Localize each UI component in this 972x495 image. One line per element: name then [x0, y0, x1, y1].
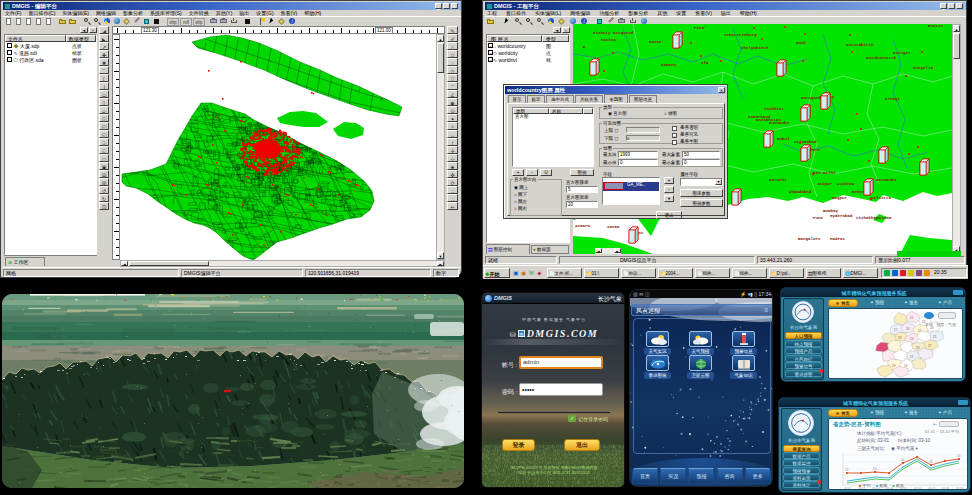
svg-text:25: 25 — [933, 335, 937, 339]
svg-text:19: 19 — [904, 364, 908, 368]
svg-text:Sanaa: Sanaa — [607, 225, 620, 229]
svg-text:Omsk: Omsk — [796, 41, 807, 45]
svg-text:Chelyabinsk: Chelyabinsk — [741, 46, 769, 50]
svg-text:Vishakhapatnam: Vishakhapatnam — [856, 216, 892, 220]
svg-text:Nizhniy Novgorod: Nizhniy Novgorod — [593, 31, 634, 35]
svg-text:Ahmadabad: Ahmadabad — [789, 190, 812, 194]
svg-text:Samara: Samara — [661, 63, 677, 67]
svg-text:Russia: Russia — [928, 24, 944, 28]
svg-text:Bangalore: Bangalore — [798, 237, 821, 241]
svg-text:20: 20 — [957, 454, 961, 458]
svg-text:New Delhi: New Delhi — [813, 171, 836, 175]
svg-text:03-07: 03-07 — [928, 487, 936, 491]
svg-text:03-06: 03-06 — [914, 487, 922, 491]
svg-text:03-01: 03-01 — [844, 487, 852, 491]
svg-text:Samarkand: Samarkand — [748, 115, 771, 119]
svg-text:24: 24 — [916, 346, 920, 350]
svg-text:Madras: Madras — [830, 237, 846, 241]
svg-text:14: 14 — [873, 467, 877, 471]
svg-text:27: 27 — [928, 344, 932, 348]
svg-text:Kazan': Kazan' — [649, 40, 664, 44]
svg-text:12: 12 — [845, 468, 849, 472]
svg-text:19: 19 — [910, 337, 914, 341]
svg-text:Katmandu: Katmandu — [876, 178, 897, 182]
svg-text:Pune: Pune — [813, 216, 824, 220]
svg-text:Dushanbe: Dushanbe — [769, 121, 790, 125]
svg-text:Novosibirsk: Novosibirsk — [846, 43, 874, 47]
svg-text:Calcutta: Calcutta — [871, 196, 892, 200]
svg-text:18: 18 — [929, 460, 933, 464]
svg-text:23: 23 — [910, 355, 914, 359]
svg-text:Yekaterinburg: Yekaterinburg — [724, 33, 757, 37]
svg-text:Lucknow: Lucknow — [837, 182, 855, 186]
svg-text:29: 29 — [892, 364, 896, 368]
svg-text:Moskva: Moskva — [601, 38, 617, 42]
svg-text:Kabul: Kabul — [777, 137, 790, 141]
svg-text:Asmara: Asmara — [575, 224, 591, 228]
svg-text:Mongolia: Mongolia — [913, 66, 934, 70]
svg-text:Novokuznetsk: Novokuznetsk — [866, 56, 897, 60]
svg-text:Islamabad: Islamabad — [794, 140, 817, 144]
svg-text:16: 16 — [901, 458, 905, 462]
svg-text:21: 21 — [910, 316, 914, 320]
svg-text:D: D — [583, 45, 586, 49]
svg-text:Tashkent: Tashkent — [764, 107, 785, 111]
svg-text:03-09: 03-09 — [956, 487, 964, 491]
svg-text:Urumqi: Urumqi — [885, 97, 901, 101]
svg-text:Nagpur: Nagpur — [832, 196, 848, 200]
svg-text:Karachi: Karachi — [769, 178, 787, 182]
svg-text:30: 30 — [906, 327, 910, 331]
svg-text:29: 29 — [898, 336, 902, 340]
svg-text:Jaipur: Jaipur — [817, 182, 833, 186]
svg-text:03-08: 03-08 — [942, 487, 950, 491]
svg-text:Ufa: Ufa — [701, 61, 709, 65]
svg-text:Hyderabad: Hyderabad — [830, 214, 853, 218]
svg-text:27: 27 — [894, 328, 898, 332]
svg-text:Perm': Perm' — [694, 26, 707, 30]
svg-text:Bombay: Bombay — [823, 209, 839, 213]
svg-text:Hovsgol: Hovsgol — [893, 51, 911, 55]
